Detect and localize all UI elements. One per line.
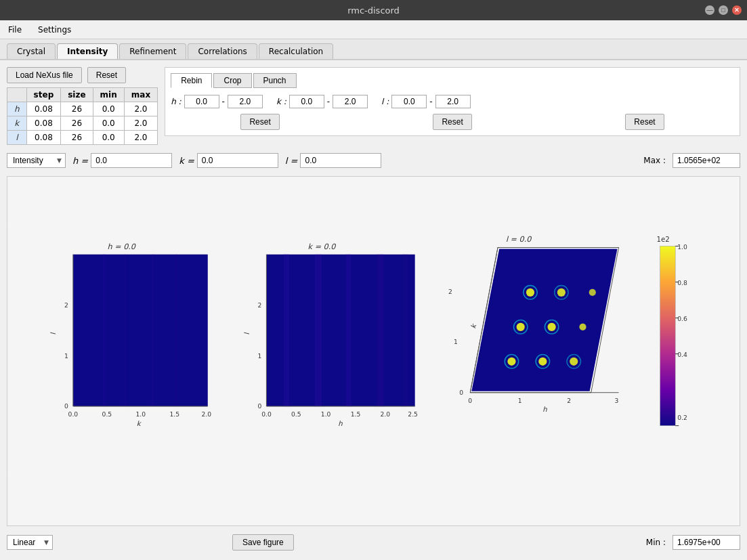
cell-k-max[interactable]: 2.0 [124,116,157,131]
crop-tab-crop[interactable]: Crop [213,73,251,88]
close-button[interactable]: ✕ [732,5,742,15]
svg-text:1e2: 1e2 [657,236,670,243]
svg-text:1.0: 1.0 [136,410,146,418]
linear-dropdown[interactable]: Linear Log [7,535,53,550]
reset-h-button[interactable]: Reset [240,114,279,130]
h-value-label: h = [72,156,88,166]
svg-text:2.5: 2.5 [408,410,418,418]
cell-h-size[interactable]: 26 [61,102,93,116]
svg-text:1.5: 1.5 [170,410,180,418]
range-k-max[interactable] [333,95,368,108]
svg-text:0.5: 0.5 [102,410,112,418]
svg-text:0.0: 0.0 [261,410,272,418]
l-value-label: l = [285,156,298,166]
svg-text:2: 2 [257,301,261,309]
minimize-button[interactable]: — [705,5,714,15]
cell-h-max[interactable]: 2.0 [124,102,157,116]
range-h-min[interactable] [184,95,219,108]
app-title: rmc-discord [347,5,400,16]
svg-text:h: h [338,420,343,427]
svg-text:l: l [49,332,57,335]
svg-text:1: 1 [257,352,261,360]
svg-text:0: 0 [64,402,68,410]
h-display: h = [72,153,172,168]
cell-h-min[interactable]: 0.0 [93,102,124,116]
svg-point-47 [547,323,555,331]
range-dash-h: - [222,97,225,106]
intensity-dropdown-wrapper[interactable]: Intensity Error Coverage [7,153,66,168]
svg-point-51 [589,289,596,296]
menu-file[interactable]: File [5,24,24,36]
crop-tabs: Rebin Crop Punch [171,73,734,88]
plot-area: h = 0.0 0.0 0.5 1.0 [7,176,740,526]
linear-dropdown-wrapper[interactable]: Linear Log [7,535,53,550]
cell-k-min[interactable]: 0.0 [93,116,124,131]
cell-k-step[interactable]: 0.08 [26,116,61,131]
cell-l-size[interactable]: 26 [61,131,93,145]
plot-svg: h = 0.0 0.0 0.5 1.0 [7,177,740,525]
maximize-button[interactable]: □ [719,5,728,15]
svg-point-43 [507,358,515,366]
table-row-h: h 0.08 26 0.0 2.0 [7,102,158,116]
l-display: l = [285,153,382,168]
range-k-min[interactable] [289,95,324,108]
l-value-input[interactable] [300,153,381,168]
k-value-input[interactable] [197,153,278,168]
tab-refinement[interactable]: Refinement [119,43,186,59]
menu-bar: File Settings [0,20,747,39]
svg-text:k = 0.0: k = 0.0 [308,242,337,251]
tab-correlations[interactable]: Correlations [188,43,257,59]
load-nexus-button[interactable]: Load NeXus file [7,67,82,83]
max-label: Max : [643,156,666,165]
range-h-max[interactable] [228,95,263,108]
cell-l-max[interactable]: 2.0 [124,131,157,145]
tab-recalculation[interactable]: Recalculation [259,43,333,59]
svg-rect-25 [377,255,384,406]
svg-point-49 [526,288,534,297]
cell-h-step[interactable]: 0.08 [26,102,61,116]
crop-tab-punch[interactable]: Punch [253,73,297,88]
top-section: Load NeXus file Reset step size min max [7,67,740,145]
intensity-dropdown[interactable]: Intensity Error Coverage [7,153,66,168]
min-value-input[interactable] [673,535,740,550]
table-header-min: min [93,88,124,102]
svg-text:2.0: 2.0 [381,410,391,418]
range-l-min[interactable] [391,95,427,108]
crop-tab-rebin[interactable]: Rebin [171,73,212,88]
row-label-l: l [7,131,27,145]
reset-l-button[interactable]: Reset [625,114,664,130]
svg-text:1: 1 [454,338,458,345]
svg-text:0: 0 [468,397,472,404]
reset-k-button[interactable]: Reset [433,114,471,130]
svg-text:2: 2 [448,288,452,295]
tab-crystal[interactable]: Crystal [7,43,56,59]
h-value-input[interactable] [91,153,172,168]
range-l-max[interactable] [435,95,471,108]
svg-point-45 [570,358,578,366]
tab-intensity[interactable]: Intensity [57,43,118,59]
min-label: Min : [646,538,666,547]
menu-settings[interactable]: Settings [35,24,74,36]
max-value-input[interactable] [673,153,740,168]
table-header-max: max [124,88,157,102]
bottom-bar: Linear Log Save figure Min : [7,532,740,553]
cell-l-step[interactable]: 0.08 [26,131,61,145]
svg-text:h: h [542,406,547,413]
svg-point-44 [538,358,547,366]
reset-button-top[interactable]: Reset [87,67,126,83]
svg-text:1.0: 1.0 [677,243,687,251]
svg-rect-26 [402,255,408,406]
cell-k-size[interactable]: 26 [61,116,93,131]
data-table: step size min max h 0.08 26 0.0 2.0 [7,87,158,145]
load-reset-row: Load NeXus file Reset [7,67,158,83]
range-dash-k: - [327,97,330,106]
svg-text:1: 1 [518,397,522,404]
save-figure-button[interactable]: Save figure [232,534,294,551]
svg-text:0: 0 [257,402,261,410]
controls-bar: Intensity Error Coverage h = k = l = Max… [7,150,740,171]
range-label-l: l : [381,97,389,106]
cell-l-min[interactable]: 0.0 [93,131,124,145]
svg-text:0.8: 0.8 [677,279,687,286]
table-row-k: k 0.08 26 0.0 2.0 [7,116,158,131]
svg-text:0.2: 0.2 [677,414,687,421]
